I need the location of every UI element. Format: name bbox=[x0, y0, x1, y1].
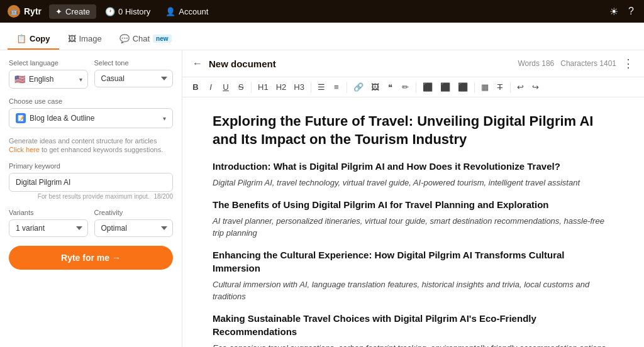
history-nav-button[interactable]: 🕐 0 History bbox=[99, 4, 157, 19]
account-nav-label: Account bbox=[179, 7, 208, 16]
char-hint-text: For best results provide maximum input. bbox=[38, 193, 150, 200]
use-case-icon: 📝 bbox=[16, 113, 26, 123]
section-2-body: Cultural immersion with AI, language tra… bbox=[213, 278, 614, 303]
tab-image[interactable]: 🖼 Image bbox=[59, 29, 111, 50]
create-nav-button[interactable]: ✦ Create bbox=[49, 4, 96, 19]
toolbar-divider-4 bbox=[416, 82, 416, 93]
h1-button[interactable]: H1 bbox=[255, 80, 272, 94]
keyword-input[interactable] bbox=[9, 173, 173, 192]
use-case-hint: Generate ideas and content structure for… bbox=[9, 137, 173, 145]
ryte-btn-label: Ryte for me → bbox=[61, 253, 121, 263]
tab-copy[interactable]: 📋 Copy bbox=[8, 29, 59, 50]
create-nav-label: Create bbox=[65, 7, 90, 16]
section-3-body: Eco-conscious travel suggestions, carbon… bbox=[213, 342, 614, 347]
use-case-label: Choose use case bbox=[9, 97, 173, 105]
h3-button[interactable]: H3 bbox=[291, 80, 308, 94]
back-button[interactable]: ← bbox=[192, 58, 203, 69]
link-button[interactable]: 🔗 bbox=[350, 80, 367, 94]
highlight-button[interactable]: ✏ bbox=[399, 80, 413, 94]
copy-tab-label: Copy bbox=[30, 34, 50, 43]
doc-main-title: Exploring the Future of Travel: Unveilin… bbox=[213, 113, 614, 148]
bold-button[interactable]: B bbox=[189, 80, 203, 94]
more-options-button[interactable]: ⋮ bbox=[623, 57, 634, 70]
logo-icon: 🤖 bbox=[8, 5, 20, 18]
section-1-body: AI travel planner, personalized itinerar… bbox=[213, 215, 614, 240]
theme-toggle-button[interactable]: ☀ bbox=[607, 3, 621, 20]
align-left-button[interactable]: ⬛ bbox=[419, 80, 436, 94]
editor-toolbar: B I U S H1 H2 H3 ☰ ≡ 🔗 🖼 ❝ ✏ ⬛ ⬛ ⬛ ▦ T̶ … bbox=[182, 77, 644, 97]
section-0: Introduction: What is Digital Pilgrim AI… bbox=[213, 160, 614, 189]
ryte-for-me-button[interactable]: Ryte for me → bbox=[9, 246, 173, 270]
quote-button[interactable]: ❝ bbox=[384, 80, 397, 94]
tone-select[interactable]: Casual bbox=[94, 70, 174, 87]
italic-button[interactable]: I bbox=[204, 80, 218, 94]
section-0-heading: Introduction: What is Digital Pilgrim AI… bbox=[213, 160, 614, 173]
word-count: Words 186 Characters 1401 bbox=[518, 59, 616, 68]
tab-chat[interactable]: 💬 Chat new bbox=[111, 29, 180, 50]
sparkle-icon: ✦ bbox=[55, 7, 62, 16]
image-button[interactable]: 🖼 bbox=[368, 80, 382, 94]
bullet-list-button[interactable]: ☰ bbox=[314, 80, 328, 94]
creativity-label: Creativity bbox=[94, 209, 174, 216]
section-0-body: Digital Pilgrim AI, travel technology, v… bbox=[213, 177, 614, 189]
keyword-hint: Click here to get enhanced keywords sugg… bbox=[9, 146, 173, 153]
image-tab-label: Image bbox=[79, 34, 102, 43]
main-layout: Select language 🇺🇸 English ▾ Select tone… bbox=[0, 50, 644, 347]
right-panel: ← New document Words 186 Characters 1401… bbox=[182, 50, 644, 347]
image-tab-icon: 🖼 bbox=[68, 34, 76, 43]
section-3: Making Sustainable Travel Choices with D… bbox=[213, 312, 614, 347]
variants-label: Variants bbox=[9, 209, 88, 216]
strikethrough-button[interactable]: S bbox=[234, 80, 248, 94]
toolbar-divider-1 bbox=[251, 82, 252, 93]
language-label: Select language bbox=[9, 59, 88, 67]
tone-label: Select tone bbox=[94, 59, 174, 67]
editor-content[interactable]: Exploring the Future of Travel: Unveilin… bbox=[182, 97, 644, 347]
chat-tab-label: Chat bbox=[133, 34, 150, 43]
toolbar-divider-3 bbox=[347, 82, 347, 93]
use-case-chevron-icon: ▾ bbox=[163, 115, 166, 122]
ordered-list-button[interactable]: ≡ bbox=[330, 80, 343, 94]
language-select[interactable]: 🇺🇸 English ▾ bbox=[9, 70, 88, 89]
h2-button[interactable]: H2 bbox=[273, 80, 290, 94]
undo-button[interactable]: ↩ bbox=[514, 80, 528, 94]
section-1-heading: The Benefits of Using Digital Pilgrim AI… bbox=[213, 198, 614, 211]
keyword-label: Primary keyword bbox=[9, 162, 173, 170]
chat-tab-icon: 💬 bbox=[119, 34, 130, 43]
section-3-heading: Making Sustainable Travel Choices with D… bbox=[213, 312, 614, 338]
variants-select[interactable]: 1 variant bbox=[9, 219, 88, 237]
logo-text: Rytr bbox=[24, 6, 42, 16]
click-here-link[interactable]: Click here bbox=[9, 146, 40, 153]
copy-tab-icon: 📋 bbox=[16, 34, 26, 43]
tab-bar: 📋 Copy 🖼 Image 💬 Chat new bbox=[0, 23, 644, 50]
toolbar-divider-2 bbox=[311, 82, 311, 93]
toolbar-divider-5 bbox=[474, 82, 475, 93]
left-panel: Select language 🇺🇸 English ▾ Select tone… bbox=[0, 50, 182, 347]
link-suffix: to get enhanced keywords suggestions. bbox=[42, 146, 163, 153]
clear-format-button[interactable]: T̶ bbox=[493, 80, 507, 94]
top-nav: 🤖 Rytr ✦ Create 🕐 0 History 👤 Account ☀ … bbox=[0, 0, 644, 23]
history-nav-label: 0 History bbox=[118, 7, 150, 16]
align-center-button[interactable]: ⬛ bbox=[437, 80, 453, 94]
creativity-select[interactable]: Optimal bbox=[94, 219, 174, 237]
char-count: For best results provide maximum input. … bbox=[9, 193, 173, 200]
table-button[interactable]: ▦ bbox=[478, 80, 492, 94]
underline-button[interactable]: U bbox=[219, 80, 233, 94]
align-right-button[interactable]: ⬛ bbox=[455, 80, 471, 94]
section-1: The Benefits of Using Digital Pilgrim AI… bbox=[213, 198, 614, 240]
doc-header: ← New document Words 186 Characters 1401… bbox=[182, 50, 644, 77]
history-icon: 🕐 bbox=[105, 7, 115, 16]
help-button[interactable]: ? bbox=[626, 3, 636, 19]
doc-title: New document bbox=[209, 58, 511, 69]
account-nav-button[interactable]: 👤 Account bbox=[159, 4, 214, 19]
section-2: Enhancing the Cultural Experience: How D… bbox=[213, 248, 614, 303]
toolbar-divider-6 bbox=[510, 82, 511, 93]
flag-icon: 🇺🇸 bbox=[14, 74, 25, 84]
chat-badge: new bbox=[153, 35, 171, 43]
logo: 🤖 Rytr bbox=[8, 5, 42, 18]
use-case-select[interactable]: 📝 Blog Idea & Outline ▾ bbox=[9, 108, 173, 128]
redo-button[interactable]: ↪ bbox=[529, 80, 543, 94]
account-icon: 👤 bbox=[165, 7, 175, 16]
section-2-heading: Enhancing the Cultural Experience: How D… bbox=[213, 248, 614, 275]
char-count-value: 18/200 bbox=[153, 193, 173, 200]
chevron-down-icon: ▾ bbox=[79, 76, 82, 83]
